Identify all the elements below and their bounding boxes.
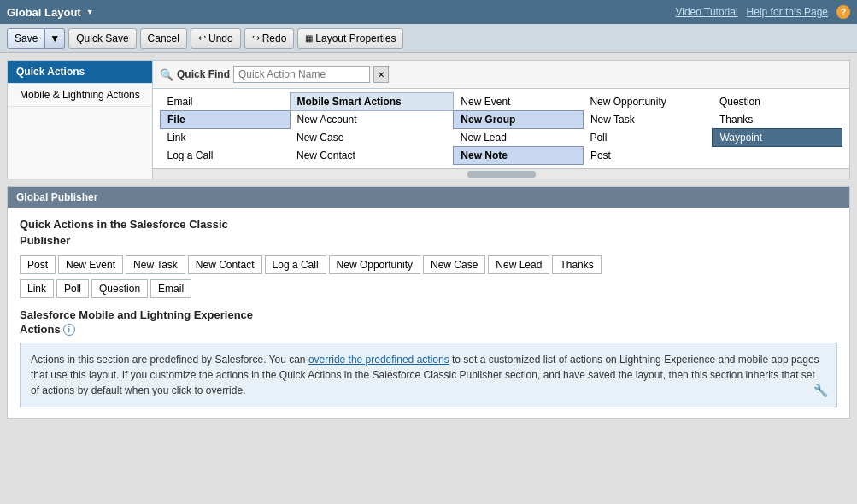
save-dropdown-arrow[interactable]: ▼ — [45, 28, 65, 49]
action-tag-new-case[interactable]: New Case — [423, 255, 485, 274]
left-sidebar: Quick Actions Mobile & Lightning Actions — [8, 61, 153, 179]
sidebar-item-mobile-lightning[interactable]: Mobile & Lightning Actions — [8, 84, 152, 107]
table-row: Log a Call New Contact New Note Post — [161, 147, 842, 165]
app-title: Global Layout — [7, 6, 81, 19]
list-item[interactable]: Thanks — [713, 111, 842, 129]
global-publisher-body: Quick Actions in the Salesforce Classic … — [8, 208, 849, 418]
action-table: Email Mobile Smart Actions New Event New… — [160, 92, 842, 165]
quick-save-button[interactable]: Quick Save — [68, 28, 136, 49]
action-tag-post[interactable]: Post — [20, 255, 56, 274]
mobile-title: Salesforce Mobile and Lightning Experien… — [20, 308, 837, 321]
list-item[interactable]: Poll — [583, 129, 713, 147]
quick-find-bar: 🔍 Quick Find ✕ — [153, 61, 849, 89]
table-row: Email Mobile Smart Actions New Event New… — [161, 93, 842, 111]
list-item[interactable]: New Case — [290, 129, 454, 147]
top-bar: Global Layout ▼ Video Tutorial Help for … — [0, 0, 857, 24]
help-page-link[interactable]: Help for this Page — [747, 6, 828, 18]
layout-icon: ▦ — [305, 33, 313, 43]
classic-actions-row1: Post New Event New Task New Contact Log … — [20, 255, 837, 274]
mobile-section: Salesforce Mobile and Lightning Experien… — [20, 308, 837, 407]
list-item[interactable]: New Contact — [290, 147, 454, 165]
redo-arrow-icon: ↪ — [252, 32, 260, 44]
cancel-button[interactable]: Cancel — [140, 28, 187, 49]
toolbar: Save ▼ Quick Save Cancel ↩ Undo ↪ Redo ▦… — [0, 24, 857, 53]
quick-find-input[interactable] — [233, 66, 370, 83]
action-tag-question[interactable]: Question — [91, 279, 148, 298]
list-item — [713, 147, 842, 165]
title-dropdown-icon[interactable]: ▼ — [86, 8, 94, 16]
action-tag-new-event[interactable]: New Event — [58, 255, 123, 274]
video-tutorial-link[interactable]: Video Tutorial — [675, 6, 737, 18]
list-item[interactable]: New Note — [454, 147, 584, 165]
scroll-bar[interactable] — [153, 168, 849, 179]
magnifier-icon: 🔍 — [160, 68, 173, 81]
global-publisher-panel: Global Publisher Quick Actions in the Sa… — [7, 186, 850, 419]
help-icon[interactable]: ? — [836, 5, 850, 19]
list-item[interactable]: Post — [583, 147, 713, 165]
quick-actions-panel: Quick Actions Mobile & Lightning Actions… — [7, 60, 850, 179]
action-grid: Email Mobile Smart Actions New Event New… — [153, 89, 849, 168]
list-item[interactable]: New Opportunity — [583, 93, 713, 111]
table-row: File New Account New Group New Task Than… — [161, 111, 842, 129]
override-link[interactable]: override the predefined actions — [308, 354, 449, 366]
save-button-group: Save ▼ — [7, 28, 65, 49]
action-tag-link[interactable]: Link — [20, 279, 54, 298]
action-tag-new-opportunity[interactable]: New Opportunity — [329, 255, 420, 274]
list-item[interactable]: New Lead — [454, 129, 584, 147]
list-item[interactable]: New Task — [583, 111, 713, 129]
info-icon[interactable]: i — [63, 324, 75, 336]
action-tag-thanks[interactable]: Thanks — [552, 255, 601, 274]
scroll-thumb[interactable] — [467, 171, 536, 178]
list-item[interactable]: Mobile Smart Actions — [290, 93, 454, 111]
action-tag-new-task[interactable]: New Task — [126, 255, 185, 274]
table-row: Link New Case New Lead Poll Waypoint — [161, 129, 842, 147]
global-publisher-header: Global Publisher — [8, 187, 849, 208]
list-item[interactable]: File — [161, 111, 291, 129]
classic-actions-row2: Link Poll Question Email — [20, 279, 837, 298]
action-tag-poll[interactable]: Poll — [56, 279, 89, 298]
list-item[interactable]: New Group — [454, 111, 584, 129]
action-tag-email[interactable]: Email — [150, 279, 191, 298]
top-bar-links: Video Tutorial Help for this Page ? — [675, 5, 850, 19]
save-button[interactable]: Save — [7, 28, 45, 49]
action-tag-new-contact[interactable]: New Contact — [188, 255, 262, 274]
info-box: Actions in this section are predefined b… — [20, 343, 837, 407]
app-title-area: Global Layout ▼ — [7, 6, 94, 19]
list-item[interactable]: Email — [161, 93, 291, 111]
classic-title: Quick Actions in the Salesforce Classic — [20, 218, 837, 231]
list-item[interactable]: New Event — [454, 93, 584, 111]
list-item[interactable]: Waypoint — [713, 129, 842, 147]
mobile-subtitle: Actions i — [20, 323, 837, 336]
list-item[interactable]: Link — [161, 129, 291, 147]
wrench-icon[interactable]: 🔧 — [813, 382, 828, 400]
classic-subtitle: Publisher — [20, 234, 837, 247]
panel-layout: Quick Actions Mobile & Lightning Actions… — [8, 61, 849, 179]
redo-button[interactable]: ↪ Redo — [244, 28, 295, 49]
sidebar-item-quick-actions[interactable]: Quick Actions — [8, 61, 152, 84]
action-tag-new-lead[interactable]: New Lead — [488, 255, 549, 274]
list-item[interactable]: Question — [713, 93, 842, 111]
quick-find-label: Quick Find — [177, 68, 230, 80]
layout-properties-button[interactable]: ▦ Layout Properties — [297, 28, 403, 49]
right-content: 🔍 Quick Find ✕ Email Mobile Smart Action… — [153, 61, 849, 179]
undo-button[interactable]: ↩ Undo — [191, 28, 241, 49]
action-tag-log-a-call[interactable]: Log a Call — [265, 255, 326, 274]
quick-find-clear-button[interactable]: ✕ — [373, 66, 389, 83]
undo-arrow-icon: ↩ — [198, 32, 206, 44]
list-item[interactable]: New Account — [290, 111, 454, 129]
list-item[interactable]: Log a Call — [161, 147, 291, 165]
